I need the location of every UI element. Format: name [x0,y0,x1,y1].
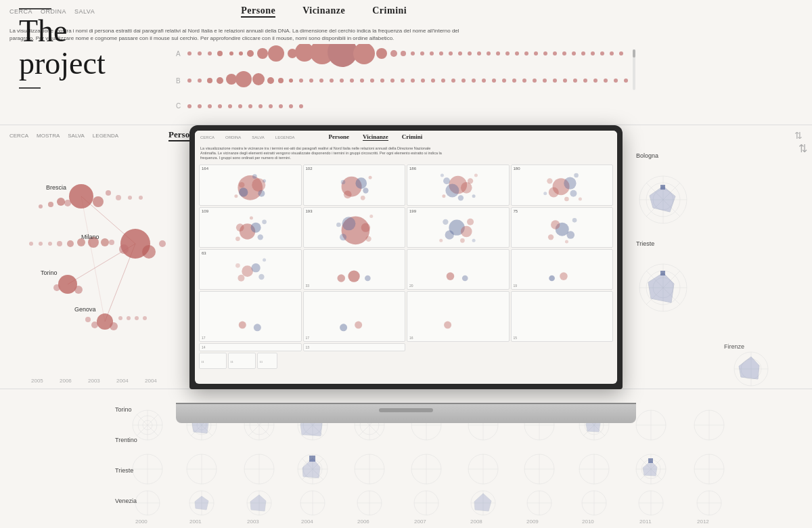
ls-cell-17: 13 [303,343,406,351]
ls-cell-13: 17 [303,291,406,342]
svg-point-248 [547,234,553,240]
title-line-top [19,8,51,9]
svg-point-234 [365,236,371,241]
svg-point-16 [353,44,375,64]
svg-point-211 [472,195,476,198]
svg-point-22 [430,51,434,56]
svg-point-240 [467,219,474,225]
mostra-middle[interactable]: MOSTRA [37,133,60,139]
ls-cell-2: 186 [407,164,510,205]
svg-point-28 [487,51,491,56]
svg-point-58 [330,79,334,83]
svg-point-73 [482,79,486,83]
svg-point-79 [543,79,547,83]
svg-point-201 [340,180,345,185]
city-label-venezia-bottom: Venezia [115,498,137,504]
ls-cell-14: 16 [407,291,510,342]
svg-point-83 [583,79,587,83]
svg-point-20 [411,51,415,56]
ls-cell-4: 109 [199,207,302,248]
svg-point-238 [461,225,472,237]
scroll-icon-top[interactable]: ⇅ [798,142,807,155]
svg-point-74 [492,79,496,83]
svg-point-70 [451,79,455,83]
laptop-ordina[interactable]: ORDINA [225,135,241,139]
laptop-salva[interactable]: SALVA [252,135,264,139]
ls-tab-crimini[interactable]: Crimini [402,133,423,141]
svg-point-257 [338,274,346,282]
laptop-screen: CERCA ORDINA SALVA LEGENDA Persone Vicin… [195,131,617,384]
scroll-icon-right[interactable]: ⇅ [794,130,803,141]
ls-cell-8: 63 [199,249,302,290]
legenda-middle[interactable]: LEGENDA [93,133,118,139]
svg-point-13 [295,44,314,62]
svg-point-61 [360,79,364,83]
svg-point-225 [236,223,244,232]
svg-point-86 [614,79,618,83]
svg-point-95 [258,104,263,108]
ls-cell-6: 199 [407,207,510,248]
svg-point-196 [263,179,266,183]
page-title: The project [19,15,106,81]
svg-point-71 [461,79,466,83]
city-label-genova: Genova [74,306,96,313]
svg-point-91 [218,104,222,108]
ls-tab-vicinanze[interactable]: Vicinanze [363,133,388,141]
city-label-trieste: Bologna [636,152,658,159]
svg-point-99 [299,104,303,108]
ls-cell-7: 75 [511,207,614,248]
ls-cell-sm-1: 11 [228,353,256,369]
city-label-torino-bottom: Torino [115,406,132,413]
svg-point-15 [328,44,357,67]
svg-point-68 [431,79,435,83]
ls-cell-1: 102 [303,164,406,205]
svg-point-231 [342,217,355,230]
svg-point-216 [548,188,558,198]
svg-point-247 [566,231,574,239]
ls-tab-persone[interactable]: Persone [329,133,350,141]
svg-point-45 [187,79,191,83]
svg-point-54 [289,79,293,83]
tab-vicinanze-top[interactable]: Vicinanze [302,5,345,18]
svg-point-17 [376,48,387,59]
svg-point-224 [251,222,261,232]
svg-point-195 [234,195,238,198]
laptop-tabs: Persone Vicinanze Crimini [329,133,423,141]
laptop-cerca[interactable]: CERCA [200,135,215,139]
svg-point-80 [553,79,557,83]
svg-point-268 [444,322,451,329]
svg-point-267 [355,322,362,329]
city-label-brescia: Brescia [46,184,66,191]
svg-point-69 [441,79,445,83]
svg-point-246 [551,220,560,229]
tab-crimini-top[interactable]: Crimini [372,5,407,18]
svg-point-64 [390,79,394,83]
svg-point-191 [239,188,248,197]
svg-point-251 [242,265,253,277]
svg-point-30 [505,51,510,56]
top-panel-tabs: Persone Vicinanze Crimini [241,5,407,18]
svg-point-33 [534,51,538,56]
svg-point-60 [350,79,354,83]
svg-point-239 [445,230,454,239]
tab-persone-top[interactable]: Persone [241,5,275,18]
svg-point-9 [247,50,254,57]
salva-middle[interactable]: SALVA [68,133,85,139]
bubble-chart-top: A B C [0,44,812,122]
svg-point-232 [361,223,369,232]
svg-point-258 [348,270,359,282]
laptop-legenda[interactable]: LEGENDA [275,135,295,139]
svg-point-7 [229,51,233,56]
svg-point-47 [207,78,212,83]
svg-point-65 [401,79,405,83]
svg-point-94 [248,104,252,108]
top-panel-nav: CERCA ORDINA SALVA Persone Vicinanze Cri… [0,0,812,23]
svg-point-198 [355,178,367,190]
svg-point-78 [533,79,537,83]
cerca-middle[interactable]: CERCA [9,133,28,139]
svg-text:A: A [176,50,181,58]
city-label-torino: Torino [41,269,58,276]
svg-point-42 [619,51,623,56]
svg-point-221 [543,192,547,196]
svg-point-72 [472,79,476,83]
